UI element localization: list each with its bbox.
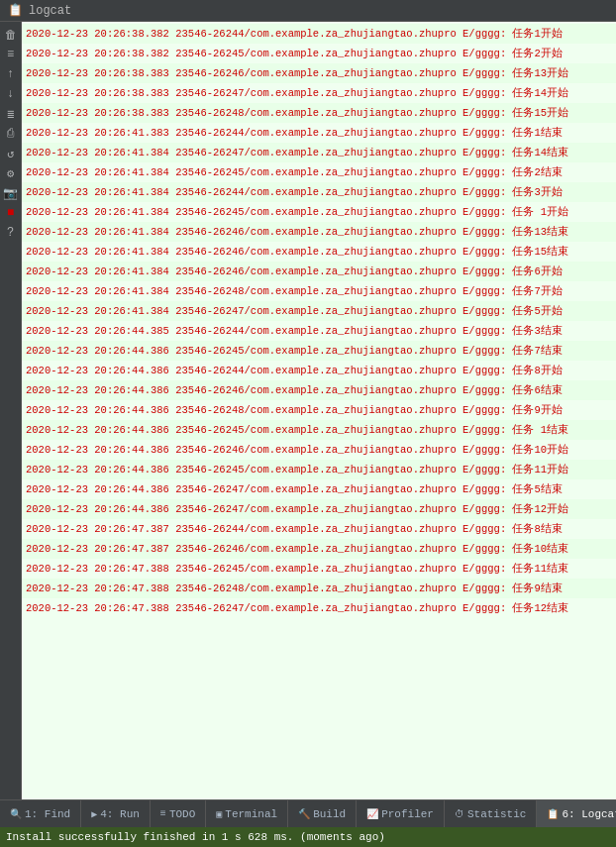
log-line: 2020-12-23 20:26:38.383 23546-26246/com.… (22, 63, 616, 83)
log-line: 2020-12-23 20:26:44.386 23546-26246/com.… (22, 440, 616, 460)
refresh-icon[interactable]: ↺ (2, 145, 20, 162)
tab-run[interactable]: ▶4: Run (81, 800, 151, 827)
log-text: 2020-12-23 20:26:38.383 23546-26247/com.… (26, 87, 568, 99)
run-tab-icon: ▶ (91, 808, 97, 820)
log-text: 2020-12-23 20:26:47.387 23546-26244/com.… (26, 523, 563, 535)
logcat-tab-icon: 📋 (547, 808, 559, 820)
delete-icon[interactable]: 🗑 (2, 26, 20, 44)
log-text: 2020-12-23 20:26:47.387 23546-26246/com.… (26, 543, 568, 555)
sidebar: 🗑 ≡ ↑ ↓ ≣ ⎙ ↺ ⚙ 📷 ■ ? (0, 22, 22, 799)
bottom-toolbar: 🔍1: Find▶4: Run≡TODO▣Terminal🔨Build📈Prof… (0, 799, 616, 827)
statistic-tab-icon: ⏱ (455, 808, 464, 820)
log-text: 2020-12-23 20:26:44.386 23546-26245/com.… (26, 345, 563, 357)
scroll-down-icon[interactable]: ↓ (2, 85, 20, 103)
log-text: 2020-12-23 20:26:41.384 23546-26246/com.… (26, 246, 568, 258)
profiler-tab-label: Profiler (381, 808, 434, 820)
log-line: 2020-12-23 20:26:41.384 23546-26245/com.… (22, 202, 616, 222)
logcat-tab-label: 6: Logcat (562, 808, 616, 820)
build-tab-icon: 🔨 (298, 808, 310, 820)
log-line: 2020-12-23 20:26:41.384 23546-26246/com.… (22, 242, 616, 262)
find-tab-icon: 🔍 (10, 808, 22, 820)
log-text: 2020-12-23 20:26:41.383 23546-26244/com.… (26, 127, 563, 139)
title-bar: 📋 logcat (0, 0, 616, 22)
log-text: 2020-12-23 20:26:41.384 23546-26248/com.… (26, 285, 563, 297)
log-line: 2020-12-23 20:26:47.388 23546-26248/com.… (22, 579, 616, 598)
log-text: 2020-12-23 20:26:47.388 23546-26248/com.… (26, 582, 563, 594)
tab-todo[interactable]: ≡TODO (151, 800, 206, 827)
terminal-tab-label: Terminal (225, 808, 277, 820)
log-text: 2020-12-23 20:26:38.383 23546-26248/com.… (26, 107, 568, 119)
log-area[interactable]: 2020-12-23 20:26:38.382 23546-26244/com.… (22, 22, 616, 799)
log-line: 2020-12-23 20:26:44.386 23546-26245/com.… (22, 341, 616, 361)
log-line: 2020-12-23 20:26:41.384 23546-26246/com.… (22, 262, 616, 281)
find-tab-label: 1: Find (25, 808, 70, 820)
tab-find[interactable]: 🔍1: Find (0, 800, 81, 827)
log-text: 2020-12-23 20:26:41.384 23546-26244/com.… (26, 186, 563, 198)
todo-tab-label: TODO (169, 808, 195, 820)
log-line: 2020-12-23 20:26:41.384 23546-26247/com.… (22, 301, 616, 321)
log-text: 2020-12-23 20:26:44.386 23546-26246/com.… (26, 384, 563, 396)
log-text: 2020-12-23 20:26:44.386 23546-26247/com.… (26, 503, 568, 515)
log-line: 2020-12-23 20:26:44.386 23546-26248/com.… (22, 400, 616, 420)
log-line: 2020-12-23 20:26:44.386 23546-26247/com.… (22, 479, 616, 499)
log-line: 2020-12-23 20:26:41.383 23546-26244/com.… (22, 123, 616, 143)
log-text: 2020-12-23 20:26:44.386 23546-26247/com.… (26, 483, 563, 495)
log-text: 2020-12-23 20:26:47.388 23546-26245/com.… (26, 563, 568, 575)
log-text: 2020-12-23 20:26:41.384 23546-26245/com.… (26, 206, 568, 218)
log-line: 2020-12-23 20:26:44.385 23546-26244/com.… (22, 321, 616, 341)
scroll-up-icon[interactable]: ↑ (2, 65, 20, 83)
terminal-tab-icon: ▣ (216, 808, 222, 820)
tab-statistic[interactable]: ⏱Statistic (445, 800, 537, 827)
log-text: 2020-12-23 20:26:47.388 23546-26247/com.… (26, 602, 568, 614)
log-line: 2020-12-23 20:26:38.382 23546-26244/com.… (22, 24, 616, 44)
log-text: 2020-12-23 20:26:38.382 23546-26244/com.… (26, 28, 563, 40)
log-text: 2020-12-23 20:26:44.386 23546-26244/com.… (26, 365, 563, 376)
filter-icon[interactable]: ≡ (2, 46, 20, 63)
log-line: 2020-12-23 20:26:44.386 23546-26245/com.… (22, 420, 616, 440)
log-text: 2020-12-23 20:26:41.384 23546-26245/com.… (26, 166, 563, 178)
log-text: 2020-12-23 20:26:44.385 23546-26244/com.… (26, 325, 563, 337)
log-line: 2020-12-23 20:26:41.384 23546-26248/com.… (22, 281, 616, 301)
log-text: 2020-12-23 20:26:41.384 23546-26246/com.… (26, 265, 563, 277)
logcat-icon: 📋 (8, 3, 23, 18)
tab-logcat[interactable]: 📋6: Logcat (537, 800, 616, 827)
todo-tab-icon: ≡ (160, 808, 166, 819)
tab-profiler[interactable]: 📈Profiler (357, 800, 445, 827)
log-text: 2020-12-23 20:26:38.383 23546-26246/com.… (26, 67, 568, 79)
log-text: 2020-12-23 20:26:41.384 23546-26247/com.… (26, 305, 563, 317)
log-line: 2020-12-23 20:26:41.384 23546-26245/com.… (22, 162, 616, 182)
log-text: 2020-12-23 20:26:41.384 23546-26246/com.… (26, 226, 568, 238)
log-line: 2020-12-23 20:26:38.383 23546-26248/com.… (22, 103, 616, 123)
log-text: 2020-12-23 20:26:44.386 23546-26248/com.… (26, 404, 563, 416)
tab-build[interactable]: 🔨Build (288, 800, 357, 827)
run-tab-label: 4: Run (100, 808, 140, 820)
log-line: 2020-12-23 20:26:38.382 23546-26245/com.… (22, 44, 616, 63)
log-line: 2020-12-23 20:26:41.384 23546-26246/com.… (22, 222, 616, 242)
main-area: 🗑 ≡ ↑ ↓ ≣ ⎙ ↺ ⚙ 📷 ■ ? 2020-12-23 20:26:3… (0, 22, 616, 799)
log-line: 2020-12-23 20:26:47.387 23546-26244/com.… (22, 519, 616, 539)
tab-terminal[interactable]: ▣Terminal (206, 800, 288, 827)
status-message: Install successfully finished in 1 s 628… (6, 831, 385, 843)
log-line: 2020-12-23 20:26:38.383 23546-26247/com.… (22, 83, 616, 103)
log-text: 2020-12-23 20:26:44.386 23546-26245/com.… (26, 464, 568, 476)
print-icon[interactable]: ⎙ (2, 125, 20, 143)
settings-icon[interactable]: ⚙ (2, 164, 20, 182)
log-text: 2020-12-23 20:26:41.384 23546-26247/com.… (26, 147, 568, 159)
status-bar: Install successfully finished in 1 s 628… (0, 827, 616, 847)
title-text: logcat (29, 4, 71, 18)
camera-icon[interactable]: 📷 (2, 184, 20, 202)
help-icon[interactable]: ? (2, 224, 20, 242)
stop-icon[interactable]: ■ (2, 204, 20, 222)
statistic-tab-label: Statistic (467, 808, 526, 820)
log-text: 2020-12-23 20:26:44.386 23546-26246/com.… (26, 444, 568, 456)
profiler-tab-icon: 📈 (366, 808, 378, 820)
log-line: 2020-12-23 20:26:44.386 23546-26247/com.… (22, 499, 616, 519)
log-line: 2020-12-23 20:26:47.388 23546-26245/com.… (22, 559, 616, 579)
log-text: 2020-12-23 20:26:44.386 23546-26245/com.… (26, 424, 568, 436)
list-icon[interactable]: ≣ (2, 105, 20, 123)
log-line: 2020-12-23 20:26:41.384 23546-26244/com.… (22, 182, 616, 202)
log-text: 2020-12-23 20:26:38.382 23546-26245/com.… (26, 48, 563, 59)
log-line: 2020-12-23 20:26:47.387 23546-26246/com.… (22, 539, 616, 559)
log-line: 2020-12-23 20:26:44.386 23546-26246/com.… (22, 380, 616, 400)
log-line: 2020-12-23 20:26:44.386 23546-26244/com.… (22, 361, 616, 380)
